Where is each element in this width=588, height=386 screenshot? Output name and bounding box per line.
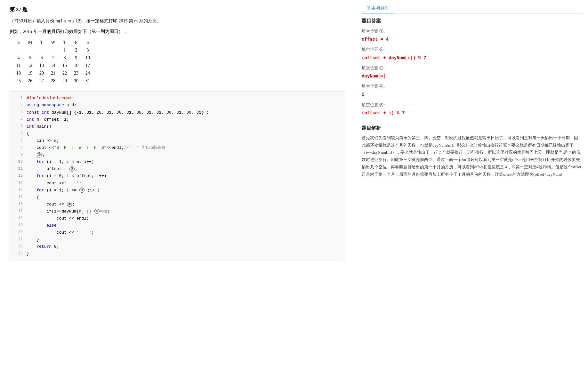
calendar-cell: 1 — [59, 46, 70, 54]
fill-item: 填空位置 ①:offset = 4 — [362, 27, 582, 44]
fill-value: (offset + i) % 7 — [362, 110, 405, 116]
fill-item: 填空位置 ②:(offset + dayNum[i]) % 7 — [362, 45, 582, 62]
calendar-cell: 30 — [70, 77, 82, 85]
calendar-cell: 23 — [70, 69, 82, 77]
fill-label: 填空位置 ①: — [362, 29, 385, 34]
calendar-header-cell: S — [82, 39, 93, 46]
calendar-cell — [36, 46, 47, 54]
calendar-cell — [47, 46, 59, 54]
calendar-cell: 14 — [47, 62, 59, 69]
question-desc1: （打印月历）输入月份 m(1 ≤ m ≤ 12)，按一定格式打印 2015 第 … — [10, 17, 345, 25]
calendar-cell: 12 — [24, 62, 36, 69]
fill-value: dayNum[m] — [362, 74, 386, 79]
fill-item: 填空位置 ④:i — [362, 82, 582, 99]
calendar-cell: 4 — [13, 54, 24, 62]
calendar-cell: 19 — [24, 69, 36, 77]
calendar-cell: 8 — [59, 54, 70, 62]
calendar-cell: 5 — [24, 54, 36, 62]
calendar-cell: 18 — [13, 69, 24, 77]
question-desc2: 例如，2015 年一月的月历打印效果如下（第一列为周日）： — [10, 28, 345, 36]
calendar-header-cell: W — [47, 39, 59, 46]
code-block: 1#include<iostream> 2using namespace std… — [10, 91, 345, 261]
calendar-cell: 11 — [13, 62, 24, 69]
fill-value: (offset + dayNum[i]) % 7 — [362, 55, 426, 60]
fill-value: i — [362, 92, 364, 97]
analysis-text: 首先我们先看到较为简单的第三、四、五空，对应的过程显然就是输出日历了。可以看到是… — [362, 134, 582, 178]
calendar-cell: 10 — [82, 54, 93, 62]
calendar-cell — [13, 46, 24, 54]
calendar-cell: 20 — [36, 69, 47, 77]
fill-item: 填空位置 ⑤:(offset + i) % 7 — [362, 101, 582, 117]
calendar-cell: 3 — [82, 46, 93, 54]
fill-label: 填空位置 ②: — [362, 47, 385, 52]
tab-bar: 答案与解析 — [362, 3, 582, 13]
fills-container: 填空位置 ①:offset = 4填空位置 ②:(offset + dayNum… — [362, 27, 582, 117]
fill-label: 填空位置 ④: — [362, 84, 385, 89]
analysis-section-title: 题目解析 — [362, 125, 582, 131]
calendar-header-cell: M — [24, 39, 36, 46]
calendar-cell: 6 — [36, 54, 47, 62]
calendar-header-cell: S — [13, 39, 24, 46]
calendar-cell: 31 — [82, 77, 93, 85]
calendar-cell: 27 — [36, 77, 47, 85]
fill-item: 填空位置 ③:dayNum[m] — [362, 64, 582, 80]
calendar-cell: 25 — [13, 77, 24, 85]
answer-section-title: 题目答案 — [362, 18, 582, 24]
calendar-cell: 2 — [70, 46, 82, 54]
calendar-cell: 26 — [24, 77, 36, 85]
calendar-table: SMTWTFS 12345678910111213141516171819202… — [13, 39, 93, 85]
question-title: 第 27 题 — [10, 6, 345, 13]
calendar-cell: 29 — [59, 77, 70, 85]
calendar-cell: 9 — [70, 54, 82, 62]
fill-value: offset = 4 — [362, 37, 389, 42]
divider — [362, 121, 582, 121]
calendar-cell: 22 — [59, 69, 70, 77]
fill-label: 填空位置 ③: — [362, 66, 385, 70]
sidebar: 答案与解析 题目答案 填空位置 ①:offset = 4填空位置 ②:(offs… — [355, 0, 588, 386]
calendar-cell: 17 — [82, 62, 93, 69]
calendar-cell: 15 — [59, 62, 70, 69]
calendar-cell: 7 — [47, 54, 59, 62]
calendar-cell: 16 — [70, 62, 82, 69]
calendar-cell — [24, 46, 36, 54]
calendar-header-cell: T — [59, 39, 70, 46]
calendar-header-cell: T — [36, 39, 47, 46]
tab-answer[interactable]: 答案与解析 — [362, 3, 394, 13]
calendar-cell: 24 — [82, 69, 93, 77]
calendar-cell: 13 — [36, 62, 47, 69]
main-content: 第 27 题 （打印月历）输入月份 m(1 ≤ m ≤ 12)，按一定格式打印 … — [0, 0, 355, 386]
calendar-header-cell: F — [70, 39, 82, 46]
calendar-cell: 21 — [47, 69, 59, 77]
fill-label: 填空位置 ⑤: — [362, 102, 385, 107]
calendar-cell: 28 — [47, 77, 59, 85]
